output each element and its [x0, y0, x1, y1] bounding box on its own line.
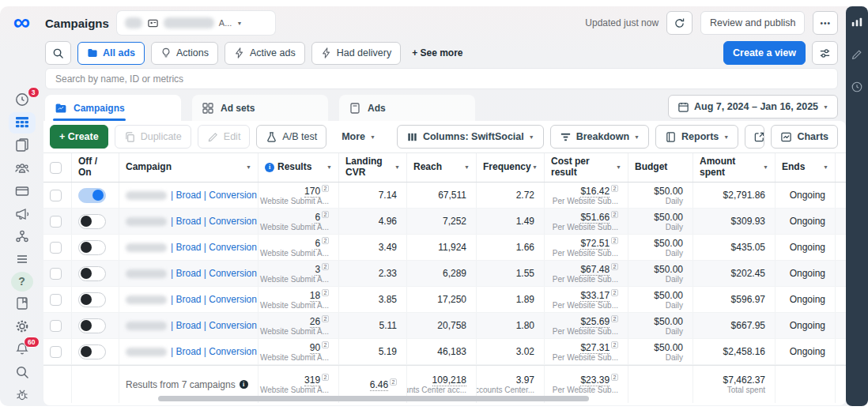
horizontal-scrollbar[interactable] — [158, 396, 589, 401]
view-settings-button[interactable] — [812, 41, 838, 65]
row-checkbox[interactable] — [50, 190, 62, 201]
ends-cell: Ongoing — [776, 261, 836, 286]
sidebar-item-billing-icon[interactable] — [9, 180, 36, 201]
header-amount-spent[interactable]: Amount spent — [693, 153, 776, 182]
create-button[interactable]: + Create — [50, 125, 108, 149]
calendar-icon — [677, 101, 689, 113]
sidebar-item-ads-manager[interactable] — [9, 112, 36, 134]
search-rail-icon[interactable] — [9, 361, 36, 382]
header-ends[interactable]: Ends — [776, 153, 836, 182]
header-landing-cvr[interactable]: Landing CVR — [339, 153, 407, 182]
campaign-link[interactable]: | Broad | Conversion | Pr... — [171, 346, 259, 357]
header-budget[interactable]: Budget — [628, 153, 693, 182]
filter-chip-all-ads[interactable]: All ads — [77, 42, 145, 65]
edit-button[interactable]: Edit — [198, 125, 251, 149]
campaign-link[interactable]: | Broad | Conversion | Pr... — [171, 320, 259, 331]
export-split-button: Export — [745, 125, 764, 149]
export-button[interactable]: Export — [745, 126, 764, 148]
header-cost-per-result[interactable]: Cost per result — [545, 153, 628, 182]
notifications-bell-icon[interactable]: 60 — [9, 339, 36, 360]
ends-cell: Ongoing — [776, 235, 836, 260]
campaign-link[interactable]: | Broad | Conversion | 3 ... — [171, 190, 259, 201]
campaign-toggle[interactable] — [78, 266, 106, 281]
see-more-filters[interactable]: + See more — [407, 47, 467, 58]
campaign-name-cell: | Broad | Conversion | 3 ... — [119, 183, 259, 208]
campaign-toggle[interactable] — [78, 214, 106, 229]
chevron-down-icon — [634, 131, 640, 142]
guide-book-icon[interactable] — [9, 293, 36, 314]
reports-button[interactable]: Reports — [655, 125, 738, 149]
campaign-link[interactable]: | Broad | Conversion | O... — [171, 268, 259, 279]
search-row — [43, 66, 846, 92]
inbox-clock-icon[interactable]: 3 — [9, 89, 36, 111]
row-checkbox[interactable] — [50, 346, 62, 358]
header-reach[interactable]: Reach — [407, 153, 477, 182]
button-label: More — [342, 131, 365, 142]
search-input[interactable] — [45, 68, 838, 89]
settings-gear-icon[interactable] — [9, 316, 36, 337]
campaign-toggle[interactable] — [78, 188, 106, 203]
campaign-link[interactable]: | Broad | Conversion | Pr... — [171, 294, 259, 305]
search-filter-button[interactable] — [45, 41, 71, 65]
row-checkbox[interactable] — [50, 320, 62, 332]
header-frequency[interactable]: Frequency — [477, 153, 545, 182]
search-icon — [52, 47, 64, 59]
table-body: | Broad | Conversion | 3 ... 1702Website… — [43, 183, 846, 365]
row-checkbox[interactable] — [50, 242, 62, 254]
tab-ad-sets[interactable]: Ad sets — [192, 95, 328, 121]
cost-per-result-cell: $25.692Per Website Sub... — [545, 313, 628, 338]
results-cell: 32Website Submit A... — [259, 261, 339, 286]
performance-charts-icon[interactable] — [851, 16, 863, 31]
sidebar-item-audiences-icon[interactable] — [9, 157, 36, 179]
frequency-cell: 2.72 — [477, 183, 545, 208]
charts-button[interactable]: Charts — [771, 125, 838, 149]
budget-cell: $50.00Daily — [628, 183, 693, 208]
ab-test-button[interactable]: A/B test — [256, 125, 326, 149]
duplicate-button[interactable]: Duplicate — [115, 125, 191, 149]
filter-chip-actions[interactable]: Actions — [151, 42, 218, 65]
button-label: Charts — [797, 131, 828, 142]
row-checkbox[interactable] — [50, 268, 62, 280]
more-button[interactable]: More — [333, 125, 384, 149]
campaign-toggle[interactable] — [78, 240, 106, 255]
all-tools-menu-icon[interactable] — [9, 249, 36, 270]
columns-button[interactable]: Columns: SwiftSocial — [397, 125, 544, 149]
bug-report-icon[interactable] — [9, 384, 36, 405]
campaign-link[interactable]: | Broad | Conversion | O... — [171, 242, 259, 253]
breakdown-button[interactable]: Breakdown — [550, 125, 649, 149]
campaign-toggle[interactable] — [78, 292, 106, 307]
campaign-toggle[interactable] — [78, 318, 106, 333]
notifications-badge: 60 — [24, 337, 39, 348]
pencil-icon — [207, 131, 219, 143]
row-checkbox[interactable] — [50, 216, 62, 228]
row-select-cell — [43, 183, 72, 208]
landing-cvr-cell: 3.85 — [339, 287, 407, 312]
campaign-toggle[interactable] — [78, 344, 106, 359]
tab-label: Ads — [368, 103, 386, 114]
edit-pencil-icon[interactable] — [851, 48, 863, 63]
create-a-view-button[interactable]: Create a view — [723, 41, 806, 65]
date-range-selector[interactable]: Aug 7, 2024 – Jan 16, 2025 — [668, 95, 838, 119]
tab-campaigns[interactable]: Campaigns — [45, 95, 181, 121]
header-results[interactable]: Results — [259, 153, 339, 182]
history-clock-icon[interactable] — [851, 81, 863, 96]
amount-spent-cell: $2,458.16 — [693, 339, 776, 364]
review-and-publish-button[interactable]: Review and publish — [700, 11, 805, 35]
help-icon[interactable] — [11, 272, 33, 292]
tab-ads[interactable]: Ads — [339, 95, 475, 121]
account-selector[interactable]: A... — [117, 11, 275, 35]
filter-chip-had-delivery[interactable]: Had delivery — [311, 42, 401, 65]
sort-caret-icon — [616, 162, 621, 173]
row-checkbox[interactable] — [50, 294, 62, 306]
header-campaign[interactable]: Campaign — [119, 153, 259, 182]
sidebar-item-assets-icon[interactable] — [9, 226, 36, 247]
sidebar-item-pages-icon[interactable] — [9, 135, 36, 156]
refresh-button[interactable] — [666, 11, 693, 35]
filter-chip-active-ads[interactable]: Active ads — [225, 42, 305, 65]
select-all-checkbox[interactable] — [50, 162, 62, 174]
campaign-link[interactable]: | Broad | Conversion | C... — [171, 216, 259, 227]
bolt-icon — [321, 47, 332, 58]
campaign-name-cell: | Broad | Conversion | O... — [119, 235, 259, 260]
sidebar-item-ads-icon[interactable] — [9, 203, 36, 224]
more-options-button[interactable]: ••• — [813, 11, 838, 35]
